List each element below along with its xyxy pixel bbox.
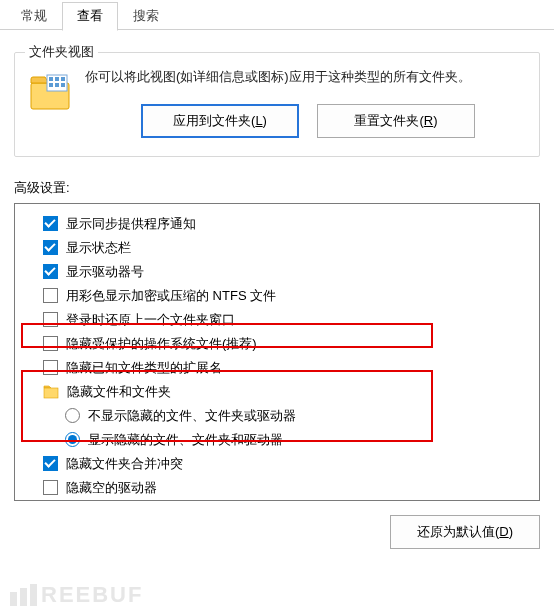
checkbox-icon[interactable] (43, 480, 58, 495)
tab-search[interactable]: 搜索 (118, 2, 174, 30)
item-label: 隐藏已知文件类型的扩展名 (66, 358, 222, 378)
restore-defaults-button[interactable]: 还原为默认值(D) (390, 515, 540, 549)
checkbox-icon[interactable] (43, 360, 58, 375)
opt-sync-provider-notifications[interactable]: 显示同步提供程序通知 (21, 212, 533, 236)
opt-dont-show-hidden[interactable]: 不显示隐藏的文件、文件夹或驱动器 (21, 404, 533, 428)
reset-folders-button[interactable]: 重置文件夹(R) (317, 104, 475, 138)
tab-view[interactable]: 查看 (62, 2, 118, 31)
checkbox-icon[interactable] (43, 456, 58, 471)
item-label: 隐藏空的驱动器 (66, 478, 157, 498)
tab-bar: 常规 查看 搜索 (0, 0, 554, 30)
checkbox-icon[interactable] (43, 288, 58, 303)
item-label: 显示同步提供程序通知 (66, 214, 196, 234)
opt-hide-empty-drives[interactable]: 隐藏空的驱动器 (21, 476, 533, 500)
checkbox-icon[interactable] (43, 336, 58, 351)
checkbox-icon[interactable] (43, 312, 58, 327)
folder-views-group: 文件夹视图 你可以将此视图(如详细信息或图标)应用于这种类型的所有文件夹。 应用… (14, 52, 540, 157)
svg-rect-7 (61, 83, 65, 87)
advanced-settings-tree[interactable]: 显示同步提供程序通知 显示状态栏 显示驱动器号 用彩色显示加密或压缩的 NTFS… (14, 203, 540, 501)
checkbox-icon[interactable] (43, 216, 58, 231)
opt-hide-merge-conflicts[interactable]: 隐藏文件夹合并冲突 (21, 452, 533, 476)
opt-show-infotips[interactable]: 鼠标指向文件夹和桌面项时显示提示信息 (21, 500, 533, 501)
svg-rect-8 (44, 388, 58, 398)
opt-hide-protected-os-files[interactable]: 隐藏受保护的操作系统文件(推荐) (21, 332, 533, 356)
tab-general[interactable]: 常规 (6, 2, 62, 30)
item-label: 显示状态栏 (66, 238, 131, 258)
opt-show-status-bar[interactable]: 显示状态栏 (21, 236, 533, 260)
folder-icon (43, 385, 59, 399)
item-label: 用彩色显示加密或压缩的 NTFS 文件 (66, 286, 276, 306)
apply-to-folders-button[interactable]: 应用到文件夹(L) (141, 104, 299, 138)
folder-thumbnail-icon (29, 71, 71, 113)
item-label: 显示隐藏的文件、文件夹和驱动器 (88, 430, 283, 450)
checkbox-icon[interactable] (43, 264, 58, 279)
checkbox-icon[interactable] (43, 240, 58, 255)
svg-rect-4 (61, 77, 65, 81)
opt-color-ntfs[interactable]: 用彩色显示加密或压缩的 NTFS 文件 (21, 284, 533, 308)
item-label: 隐藏受保护的操作系统文件(推荐) (66, 334, 257, 354)
group-hidden-files: 隐藏文件和文件夹 (21, 380, 533, 404)
item-label: 隐藏文件夹合并冲突 (66, 454, 183, 474)
svg-rect-3 (55, 77, 59, 81)
opt-show-hidden[interactable]: 显示隐藏的文件、文件夹和驱动器 (21, 428, 533, 452)
opt-hide-known-extensions[interactable]: 隐藏已知文件类型的扩展名 (21, 356, 533, 380)
opt-restore-previous-folder[interactable]: 登录时还原上一个文件夹窗口 (21, 308, 533, 332)
group-description: 你可以将此视图(如详细信息或图标)应用于这种类型的所有文件夹。 (85, 67, 525, 88)
item-label: 登录时还原上一个文件夹窗口 (66, 310, 235, 330)
svg-rect-5 (49, 83, 53, 87)
svg-rect-6 (55, 83, 59, 87)
opt-show-drive-letters[interactable]: 显示驱动器号 (21, 260, 533, 284)
item-label: 显示驱动器号 (66, 262, 144, 282)
advanced-settings-label: 高级设置: (14, 179, 540, 197)
group-title: 文件夹视图 (25, 43, 98, 61)
radio-icon[interactable] (65, 432, 80, 447)
watermark: REEBUF (10, 582, 143, 608)
item-label: 不显示隐藏的文件、文件夹或驱动器 (88, 406, 296, 426)
svg-rect-2 (49, 77, 53, 81)
item-label: 隐藏文件和文件夹 (67, 382, 171, 402)
radio-icon[interactable] (65, 408, 80, 423)
